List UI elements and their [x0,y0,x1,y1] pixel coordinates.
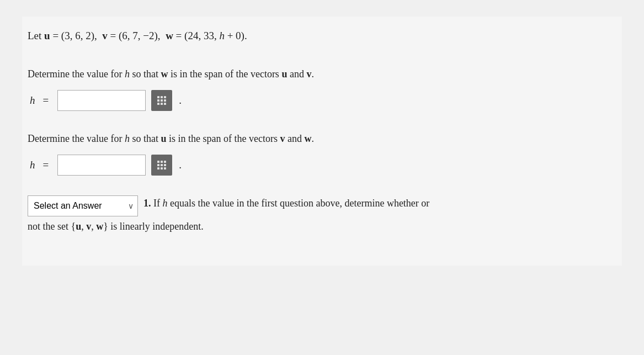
question-3-label-text: 1. If h equals the value in the first qu… [143,195,429,211]
svg-rect-1 [161,96,163,98]
answer-input-q1[interactable] [57,90,146,111]
q3-number: 1. [143,198,151,209]
h-var-q2: h [125,133,130,144]
svg-rect-3 [157,99,159,102]
w-bold-q2: w [304,133,311,144]
svg-rect-14 [164,164,166,166]
period-q1: . [179,94,182,107]
matrix-button-q2[interactable] [151,155,172,176]
u-bold-q1: u [281,68,287,80]
w-set: w [96,221,103,232]
svg-rect-0 [157,96,159,98]
vector-w-label: w [166,30,173,41]
v-set: v [86,221,91,232]
question-3-block: Select an Answer Linearly Independent Li… [28,195,616,235]
equals-q1: = [43,94,49,107]
matrix-icon-q1 [156,95,167,106]
vector-v-label: v [102,30,108,41]
svg-rect-11 [164,161,166,163]
svg-rect-7 [161,103,163,105]
h-variable-1: h [219,30,225,41]
svg-rect-12 [157,164,159,166]
h-label-q1: h [30,94,35,107]
select-answer-row: Select an Answer Linearly Independent Li… [28,195,616,216]
v-bold-q2: v [280,133,285,144]
answer-row-1: h = . [30,90,616,111]
question-2-block: Determine the value for h so that u is i… [28,131,616,176]
matrix-icon-q2 [156,160,167,171]
question-3-continuation: not the set {u, v, w} is linearly indepe… [28,219,616,235]
equals-q2: = [43,159,49,171]
svg-rect-6 [157,103,159,105]
period-q2: . [179,159,182,171]
answer-input-q2[interactable] [57,155,146,176]
svg-rect-2 [164,96,166,98]
question-2-text: Determine the value for h so that u is i… [28,131,616,147]
select-answer-dropdown[interactable]: Select an Answer Linearly Independent Li… [28,195,138,216]
svg-rect-5 [164,99,166,102]
svg-rect-15 [157,167,159,169]
svg-rect-4 [161,99,163,102]
svg-rect-17 [164,167,166,169]
question-1-text: Determine the value for h so that w is i… [28,66,616,82]
problem-container: Let u = (3, 6, 2), v = (6, 7, −2), w = (… [22,17,622,266]
u-bold-q2: u [161,133,166,144]
matrix-button-q1[interactable] [151,90,172,111]
svg-rect-8 [164,103,166,105]
h-var-q3: h [163,198,168,209]
w-bold-q1: w [161,68,168,80]
svg-rect-10 [161,161,163,163]
question-1-block: Determine the value for h so that w is i… [28,66,616,111]
svg-rect-16 [161,167,163,169]
h-var-q1: h [125,68,130,80]
given-vectors: Let u = (3, 6, 2), v = (6, 7, −2), w = (… [28,28,616,44]
vector-u-label: u [44,30,50,41]
v-bold-q1: v [306,68,311,80]
h-label-q2: h [30,159,35,171]
answer-row-2: h = . [30,155,616,176]
select-wrapper[interactable]: Select an Answer Linearly Independent Li… [28,195,138,216]
svg-rect-13 [161,164,163,166]
u-set: u [76,221,81,232]
svg-rect-9 [157,161,159,163]
